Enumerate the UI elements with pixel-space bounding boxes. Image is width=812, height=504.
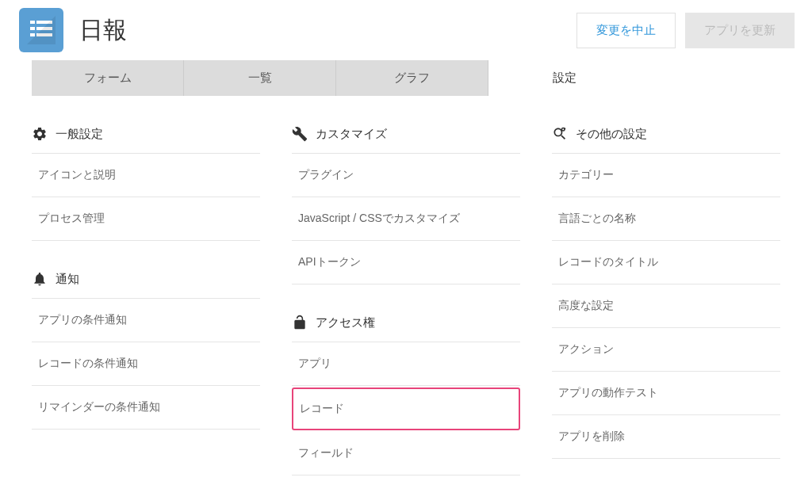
item-lang-names[interactable]: 言語ごとの名称 [552, 197, 780, 241]
wrench-icon [292, 126, 308, 142]
item-process-mgmt[interactable]: プロセス管理 [32, 197, 260, 241]
column-3: その他の設定 カテゴリー 言語ごとの名称 レコードのタイトル 高度な設定 アクシ… [552, 120, 780, 499]
item-app-test[interactable]: アプリの動作テスト [552, 372, 780, 415]
section-header-customize: カスタマイズ [292, 120, 520, 154]
item-access-app[interactable]: アプリ [292, 342, 520, 386]
tab-graph[interactable]: グラフ [336, 60, 488, 96]
column-1: 一般設定 アイコンと説明 プロセス管理 通知 アプリの条件通知 レコードの条件通… [32, 120, 260, 499]
header-left: 日報 [19, 8, 127, 52]
misc-icon [552, 126, 568, 142]
report-icon [27, 16, 56, 44]
app-title: 日報 [79, 14, 127, 47]
tab-settings[interactable]: 設定 [488, 60, 641, 96]
item-action[interactable]: アクション [552, 328, 780, 372]
tabs-container: フォーム 一覧 グラフ 設定 [0, 60, 812, 96]
section-title: その他の設定 [576, 127, 647, 142]
item-jscss[interactable]: JavaScript / CSSでカスタマイズ [292, 197, 520, 241]
bell-icon [32, 271, 48, 287]
item-record-notify[interactable]: レコードの条件通知 [32, 342, 260, 386]
section-title: カスタマイズ [316, 127, 387, 142]
item-app-notify[interactable]: アプリの条件通知 [32, 299, 260, 342]
item-delete-app[interactable]: アプリを削除 [552, 415, 780, 459]
item-category[interactable]: カテゴリー [552, 154, 780, 197]
update-button[interactable]: アプリを更新 [685, 13, 795, 48]
section-customize: カスタマイズ プラグイン JavaScript / CSSでカスタマイズ API… [292, 120, 520, 284]
section-title: 通知 [56, 272, 79, 287]
item-plugin[interactable]: プラグイン [292, 154, 520, 197]
tab-list[interactable]: 一覧 [184, 60, 336, 96]
section-general: 一般設定 アイコンと説明 プロセス管理 [32, 120, 260, 241]
cancel-button[interactable]: 変更を中止 [576, 13, 676, 48]
item-advanced[interactable]: 高度な設定 [552, 284, 780, 328]
item-api-token[interactable]: APIトークン [292, 241, 520, 284]
section-notifications: 通知 アプリの条件通知 レコードの条件通知 リマインダーの条件通知 [32, 265, 260, 430]
item-access-record[interactable]: レコード [292, 388, 520, 430]
column-2: カスタマイズ プラグイン JavaScript / CSSでカスタマイズ API… [292, 120, 520, 499]
svg-rect-0 [30, 21, 35, 24]
section-header-notifications: 通知 [32, 265, 260, 299]
settings-content: 一般設定 アイコンと説明 プロセス管理 通知 アプリの条件通知 レコードの条件通… [0, 96, 812, 499]
header: 日報 変更を中止 アプリを更新 [0, 0, 812, 60]
svg-rect-4 [30, 33, 35, 36]
lock-icon [292, 315, 308, 330]
section-header-other: その他の設定 [552, 120, 780, 154]
item-reminder-notify[interactable]: リマインダーの条件通知 [32, 386, 260, 430]
section-header-access: アクセス権 [292, 308, 520, 342]
tabs: フォーム 一覧 グラフ 設定 [32, 60, 812, 96]
section-header-general: 一般設定 [32, 120, 260, 154]
section-title: アクセス権 [316, 315, 375, 330]
header-actions: 変更を中止 アプリを更新 [576, 13, 795, 48]
gear-icon [32, 126, 48, 142]
section-title: 一般設定 [56, 127, 103, 142]
section-other: その他の設定 カテゴリー 言語ごとの名称 レコードのタイトル 高度な設定 アクシ… [552, 120, 780, 459]
item-icon-desc[interactable]: アイコンと説明 [32, 154, 260, 197]
svg-rect-2 [30, 27, 35, 30]
item-access-field[interactable]: フィールド [292, 432, 520, 475]
tab-form[interactable]: フォーム [32, 60, 184, 96]
section-access: アクセス権 アプリ レコード フィールド [292, 308, 520, 475]
app-icon [19, 8, 63, 52]
item-record-title[interactable]: レコードのタイトル [552, 241, 780, 284]
svg-point-8 [562, 128, 564, 130]
